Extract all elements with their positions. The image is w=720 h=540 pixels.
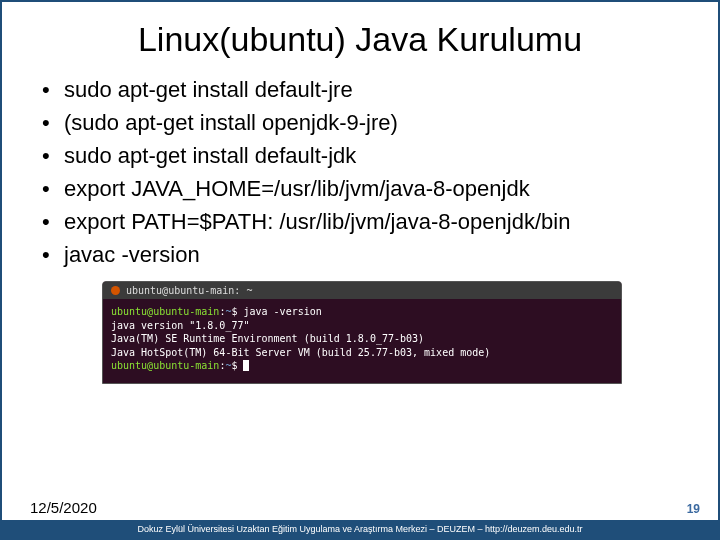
terminal-body: ubuntu@ubuntu-main:~$ java -version java…	[103, 299, 621, 383]
bullet-item: sudo apt-get install default-jre	[42, 73, 690, 106]
terminal-window-title: ubuntu@ubuntu-main: ~	[126, 285, 252, 296]
terminal-command: java -version	[243, 306, 321, 317]
terminal-titlebar: ubuntu@ubuntu-main: ~	[103, 282, 621, 299]
slide: Linux(ubuntu) Java Kurulumu sudo apt-get…	[0, 0, 720, 540]
terminal-line: ubuntu@ubuntu-main:~$ java -version	[111, 305, 613, 319]
prompt-user: ubuntu@ubuntu-main	[111, 360, 219, 371]
terminal-screenshot: ubuntu@ubuntu-main: ~ ubuntu@ubuntu-main…	[102, 281, 622, 384]
bullet-item: javac -version	[42, 238, 690, 271]
slide-content: sudo apt-get install default-jre (sudo a…	[2, 73, 718, 538]
prompt-user: ubuntu@ubuntu-main	[111, 306, 219, 317]
terminal-line: ubuntu@ubuntu-main:~$	[111, 359, 613, 373]
terminal-output-line: java version "1.8.0_77"	[111, 319, 613, 333]
footer-date: 12/5/2020	[30, 499, 97, 516]
bullet-list: sudo apt-get install default-jre (sudo a…	[42, 73, 690, 271]
terminal-output-line: Java(TM) SE Runtime Environment (build 1…	[111, 332, 613, 346]
bullet-item: export PATH=$PATH: /usr/lib/jvm/java-8-o…	[42, 205, 690, 238]
footer-bar: Dokuz Eylül Üniversitesi Uzaktan Eğitim …	[2, 520, 718, 538]
slide-title: Linux(ubuntu) Java Kurulumu	[2, 20, 718, 59]
cursor-icon	[243, 360, 249, 371]
bullet-item: (sudo apt-get install openjdk-9-jre)	[42, 106, 690, 139]
bullet-item: sudo apt-get install default-jdk	[42, 139, 690, 172]
page-number: 19	[687, 502, 700, 516]
bullet-item: export JAVA_HOME=/usr/lib/jvm/java-8-ope…	[42, 172, 690, 205]
terminal-output-line: Java HotSpot(TM) 64-Bit Server VM (build…	[111, 346, 613, 360]
close-icon	[111, 286, 120, 295]
